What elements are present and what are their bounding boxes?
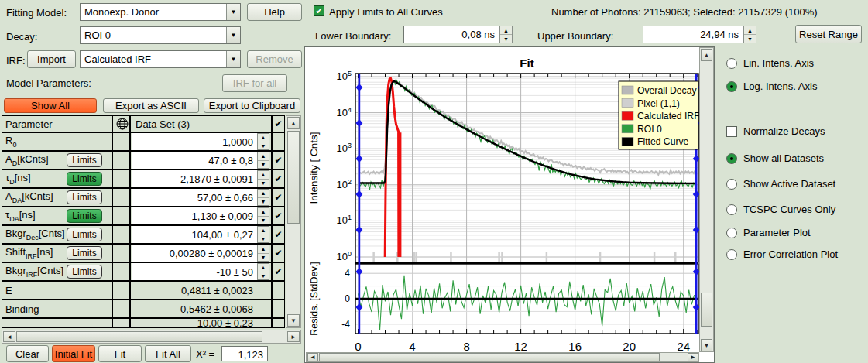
show-all-button[interactable]: Show All	[4, 98, 97, 113]
parameter-value-spinner[interactable]: ▲▼	[257, 226, 269, 243]
spin-down-icon[interactable]: ▼	[258, 180, 269, 187]
radio-icon[interactable]	[726, 228, 737, 238]
spin-down-icon[interactable]: ▼	[258, 142, 269, 150]
plot-vscroll-thumb[interactable]	[701, 293, 712, 327]
fit-parameter-checkbox[interactable]: ✔	[271, 263, 284, 280]
option-normalize-decays[interactable]: Normalize Decays	[726, 125, 825, 137]
limits-button[interactable]: Limits	[67, 153, 102, 167]
plot-hscroll-thumb[interactable]	[319, 353, 660, 361]
fit-all-button[interactable]: Fit All	[145, 345, 191, 362]
fit-button[interactable]: Fit	[98, 345, 142, 362]
option-lin-intens-axis[interactable]: Lin. Intens. Axis	[726, 57, 814, 69]
plot-vertical-scrollbar[interactable]: ▲ ▼	[699, 47, 714, 352]
spin-down-icon[interactable]: ▼	[258, 161, 269, 169]
parameter-value-input[interactable]: 1,130 ± 0,009	[132, 207, 257, 224]
decay-dropdown[interactable]: ROI 0 ▼	[80, 26, 241, 44]
radio-icon[interactable]	[726, 179, 737, 190]
parameter-value-input[interactable]: 1,0000	[132, 133, 257, 150]
scroll-right-icon[interactable]: ►	[688, 353, 698, 361]
table-vscroll-thumb[interactable]	[287, 131, 300, 224]
spin-down-icon[interactable]: ▼	[258, 235, 269, 243]
parameter-value-input[interactable]: 104,00 ± 0,27	[132, 226, 257, 243]
apply-limits-checkbox[interactable]: ✔	[314, 5, 324, 16]
scroll-up-icon[interactable]: ▲	[287, 117, 300, 129]
help-button[interactable]: Help	[247, 3, 302, 21]
spin-down-icon[interactable]: ▼	[258, 198, 269, 206]
scroll-down-icon[interactable]: ▼	[287, 314, 300, 327]
spin-up-icon[interactable]: ▲	[258, 264, 269, 272]
fit-parameter-checkbox[interactable]	[271, 133, 284, 150]
export-clipboard-button[interactable]: Export to Clipboard	[204, 98, 300, 113]
parameter-value-spinner[interactable]: ▲▼	[257, 245, 269, 262]
fit-parameter-checkbox[interactable]: ✔	[271, 245, 284, 262]
option-show-active-dataset[interactable]: Show Active Dataset	[726, 178, 835, 190]
fit-parameter-checkbox[interactable]: ✔	[271, 189, 284, 206]
parameter-value-input[interactable]: 0,00280 ± 0,00019	[132, 245, 257, 262]
upper-boundary-spinner[interactable]: ▲▼	[743, 26, 756, 43]
export-ascii-button[interactable]: Export as ASCII	[103, 98, 199, 113]
spin-down-icon[interactable]: ▼	[744, 35, 756, 43]
clear-button[interactable]: Clear	[6, 345, 49, 362]
parameter-value-spinner[interactable]: ▲▼	[257, 152, 269, 169]
scroll-down-icon[interactable]: ▼	[701, 339, 712, 351]
parameter-value-spinner[interactable]: ▲▼	[257, 133, 269, 150]
parameter-value-input[interactable]: 2,1870 ± 0,0091	[132, 170, 257, 187]
spin-up-icon[interactable]: ▲	[258, 152, 269, 161]
table-horizontal-scrollbar[interactable]: ◄ ►	[2, 330, 301, 344]
limits-button[interactable]: Limits	[67, 172, 102, 186]
chevron-down-icon[interactable]: ▼	[226, 27, 240, 43]
parameter-value-spinner[interactable]: ▲▼	[257, 189, 269, 206]
scroll-left-icon[interactable]: ◄	[307, 353, 318, 361]
scroll-up-icon[interactable]: ▲	[701, 49, 712, 61]
option-tcspc-curves-only[interactable]: TCSPC Curves Only	[726, 204, 835, 215]
spin-down-icon[interactable]: ▼	[258, 254, 269, 262]
limits-button[interactable]: Limits	[67, 246, 102, 260]
spin-up-icon[interactable]: ▲	[258, 171, 269, 180]
plot-horizontal-scrollbar[interactable]: ◄ ►	[306, 352, 699, 362]
fit-parameter-checkbox[interactable]: ✔	[271, 170, 284, 187]
initial-fit-button[interactable]: Initial Fit	[52, 345, 95, 362]
radio-icon[interactable]	[726, 249, 737, 260]
spin-up-icon[interactable]: ▲	[258, 190, 269, 198]
spin-up-icon[interactable]: ▲	[258, 245, 269, 254]
option-show-all-datasets[interactable]: Show all Datasets	[726, 152, 824, 164]
lower-boundary-input[interactable]: 0,08 ns	[403, 26, 499, 43]
fit-plot-panel[interactable]: Fit10010110210310410540-404812162024Inte…	[304, 46, 715, 363]
spin-up-icon[interactable]: ▲	[744, 26, 756, 35]
parameter-value-input[interactable]: 57,00 ± 0,66	[132, 189, 257, 206]
irf-for-all-button[interactable]: IRF for all	[222, 74, 287, 92]
parameter-value-spinner[interactable]: ▲▼	[257, 263, 269, 280]
radio-icon[interactable]	[726, 58, 737, 69]
spin-down-icon[interactable]: ▼	[258, 272, 269, 280]
parameter-value-input[interactable]: -10 ± 50	[132, 263, 257, 280]
fitting-model-dropdown[interactable]: Monoexp. Donor ▼	[80, 3, 241, 21]
limits-button[interactable]: Limits	[67, 228, 102, 241]
checkbox-icon[interactable]	[726, 126, 737, 137]
spin-up-icon[interactable]: ▲	[258, 208, 269, 217]
option-error-correlation-plot[interactable]: Error Correlation Plot	[726, 248, 838, 260]
option-parameter-plot[interactable]: Parameter Plot	[726, 227, 811, 238]
irf-dropdown[interactable]: Calculated IRF ▼	[80, 50, 241, 68]
upper-boundary-input[interactable]: 24,94 ns	[643, 26, 743, 43]
option-log-intens-axis[interactable]: Log. Intens. Axis	[726, 80, 817, 92]
table-vertical-scrollbar[interactable]: ▲ ▼	[286, 115, 301, 328]
remove-irf-button[interactable]: Remove	[247, 50, 302, 68]
limits-button[interactable]: Limits	[67, 209, 102, 223]
spin-down-icon[interactable]: ▼	[258, 217, 269, 224]
limits-button[interactable]: Limits	[67, 265, 102, 279]
spin-up-icon[interactable]: ▲	[258, 227, 269, 235]
lower-boundary-spinner[interactable]: ▲▼	[499, 26, 513, 43]
spin-up-icon[interactable]: ▲	[258, 134, 269, 142]
chevron-down-icon[interactable]: ▼	[226, 4, 240, 20]
parameter-value-spinner[interactable]: ▲▼	[257, 170, 269, 187]
scroll-right-icon[interactable]: ►	[287, 331, 300, 342]
parameter-value-spinner[interactable]: ▲▼	[257, 207, 269, 224]
spin-down-icon[interactable]: ▼	[500, 35, 512, 43]
fit-parameter-checkbox[interactable]: ✔	[271, 226, 284, 243]
import-irf-button[interactable]: Import	[27, 50, 76, 68]
scroll-left-icon[interactable]: ◄	[3, 331, 15, 342]
fit-parameter-checkbox[interactable]: ✔	[271, 207, 284, 224]
fit-parameter-checkbox[interactable]: ✔	[271, 152, 284, 169]
table-hscroll-thumb[interactable]	[16, 331, 262, 342]
limits-button[interactable]: Limits	[67, 190, 102, 204]
